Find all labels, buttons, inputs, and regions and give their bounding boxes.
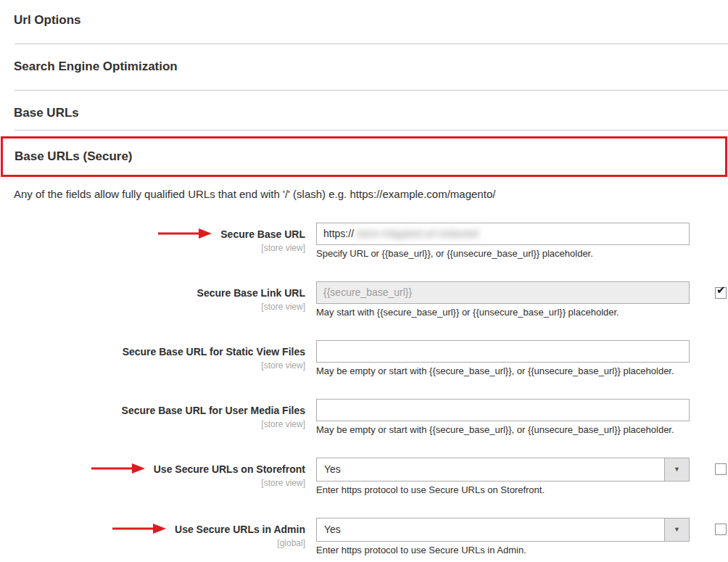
field-scope-label: [store view] <box>0 419 305 429</box>
section-header-url-options[interactable]: Url Options <box>14 13 728 28</box>
input-secure-base-url-media[interactable] <box>316 399 690 421</box>
dropdown-arrow-icon: ▼ <box>674 526 680 533</box>
form-field-row: Secure Base URL [store view] https://sto… <box>0 223 728 259</box>
field-note: May be empty or start with {{secure_base… <box>316 424 690 435</box>
dropdown-button[interactable]: ▼ <box>664 518 689 541</box>
field-scope-label: [global] <box>0 538 305 548</box>
field-label: Secure Base URL <box>220 228 305 240</box>
input-secure-base-url-static[interactable] <box>316 340 690 363</box>
form-field-row: Use Secure URLs on Storefront [store vie… <box>0 458 728 495</box>
field-note: May start with {{secure_base_url}} or {{… <box>316 307 690 318</box>
section-divider <box>15 44 728 44</box>
dropdown-arrow-icon: ▼ <box>674 466 680 473</box>
field-label-cell: Use Secure URLs in Admin [global] <box>0 518 305 555</box>
config-page: Url Options Search Engine Optimization B… <box>0 0 728 555</box>
input-value-prefix: https:// <box>323 228 354 239</box>
dropdown-button[interactable]: ▼ <box>664 458 689 481</box>
annotation-highlight-box: Base URLs (Secure) <box>1 136 727 177</box>
field-checkbox-cell <box>715 399 728 435</box>
form-field-row: Use Secure URLs in Admin [global] Yes▼ E… <box>0 518 728 555</box>
annotation-arrow-icon <box>112 523 175 536</box>
field-label: Use Secure URLs on Storefront <box>154 463 305 475</box>
field-value-cell: May be empty or start with {{secure_base… <box>316 340 690 376</box>
field-label-cell: Secure Base URL for User Media Files [st… <box>0 399 305 435</box>
select-value: Yes <box>317 458 664 481</box>
use-default-checkbox[interactable] <box>715 524 727 535</box>
select-value: Yes <box>317 518 664 541</box>
field-label-cell: Secure Base URL [store view] <box>0 223 305 259</box>
field-checkbox-cell <box>715 518 728 555</box>
base-urls-secure-form: Secure Base URL [store view] https://sto… <box>0 223 728 555</box>
annotation-arrow-icon <box>91 463 154 476</box>
field-scope-label: [store view] <box>0 243 305 253</box>
field-label-cell: Use Secure URLs on Storefront [store vie… <box>0 458 305 495</box>
field-value-cell: {{secure_base_url}} May start with {{sec… <box>316 281 690 318</box>
section-divider <box>15 90 728 91</box>
field-note: Enter https protocol to use Secure URLs … <box>316 545 690 555</box>
use-default-checkbox[interactable] <box>715 463 727 475</box>
field-scope-label: [store view] <box>0 478 305 488</box>
section-comment: Any of the fields allow fully qualified … <box>14 188 728 200</box>
section-header-seo[interactable]: Search Engine Optimization <box>14 59 728 74</box>
select-use-secure-urls-admin[interactable]: Yes▼ <box>316 518 690 542</box>
field-note: May be empty or start with {{secure_base… <box>316 365 690 376</box>
field-value-cell: https://store-mitgated-url-redacted Spec… <box>316 223 690 259</box>
field-note: Enter https protocol to use Secure URLs … <box>316 484 690 495</box>
field-label: Secure Base URL for Static View Files <box>123 346 305 358</box>
field-value-cell: Yes▼ Enter https protocol to use Secure … <box>316 458 690 495</box>
field-checkbox-cell: ✔ <box>715 281 728 318</box>
redacted-url-value: store-mitgated-url-redacted <box>356 228 479 239</box>
checkmark-icon: ✔ <box>716 284 726 297</box>
field-label: Secure Base Link URL <box>197 287 305 299</box>
field-scope-label: [store view] <box>0 360 305 371</box>
field-checkbox-cell <box>715 340 728 376</box>
form-field-row: Secure Base URL for Static View Files [s… <box>0 340 728 376</box>
form-field-row: Secure Base URL for User Media Files [st… <box>0 399 728 435</box>
field-label: Use Secure URLs in Admin <box>175 524 305 535</box>
input-secure-base-link-url: {{secure_base_url}} <box>316 281 690 304</box>
use-default-checkbox[interactable]: ✔ <box>715 287 727 299</box>
field-value-cell: May be empty or start with {{secure_base… <box>316 399 690 435</box>
field-checkbox-cell <box>715 223 728 259</box>
section-header-base-urls[interactable]: Base URLs <box>14 106 728 120</box>
field-note: Specify URL or {{base_url}}, or {{unsecu… <box>316 248 690 259</box>
section-divider <box>15 130 728 131</box>
field-checkbox-cell <box>715 458 728 495</box>
field-label-cell: Secure Base URL for Static View Files [s… <box>0 340 305 376</box>
input-secure-base-url[interactable]: https://store-mitgated-url-redacted <box>316 223 690 245</box>
form-field-row: Secure Base Link URL [store view] {{secu… <box>0 281 728 318</box>
field-value-cell: Yes▼ Enter https protocol to use Secure … <box>316 518 690 555</box>
section-header-base-urls-secure[interactable]: Base URLs (Secure) <box>15 149 133 164</box>
annotation-arrow-icon <box>158 228 220 241</box>
field-scope-label: [store view] <box>0 302 305 312</box>
select-use-secure-urls-storefront[interactable]: Yes▼ <box>316 458 690 482</box>
field-label-cell: Secure Base Link URL [store view] <box>0 281 305 318</box>
field-label: Secure Base URL for User Media Files <box>122 405 305 416</box>
